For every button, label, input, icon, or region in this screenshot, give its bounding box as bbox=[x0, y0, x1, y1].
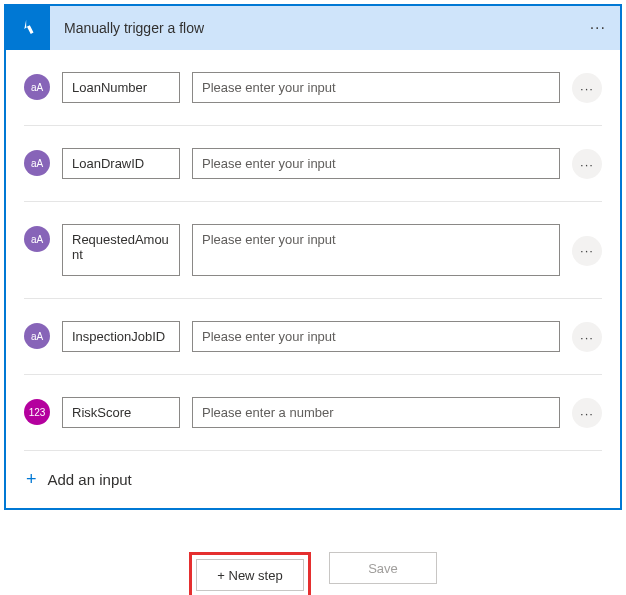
new-step-button[interactable]: + New step bbox=[196, 559, 304, 591]
footer-buttons: + New step Save bbox=[0, 514, 626, 595]
param-value-field[interactable]: Please enter your input bbox=[192, 224, 560, 276]
param-name-field[interactable]: LoanDrawID bbox=[62, 148, 180, 179]
param-name-field[interactable]: RiskScore bbox=[62, 397, 180, 428]
param-value-field[interactable]: Please enter a number bbox=[192, 397, 560, 428]
card-menu-button[interactable]: ··· bbox=[576, 19, 620, 37]
input-row: aA InspectionJobID Please enter your inp… bbox=[24, 299, 602, 375]
text-type-icon: aA bbox=[24, 226, 50, 252]
text-type-icon: aA bbox=[24, 323, 50, 349]
add-input-button[interactable]: + Add an input bbox=[24, 451, 602, 508]
text-type-icon: aA bbox=[24, 150, 50, 176]
card-header: Manually trigger a flow ··· bbox=[6, 6, 620, 50]
number-type-icon: 123 bbox=[24, 399, 50, 425]
input-row: aA RequestedAmount Please enter your inp… bbox=[24, 202, 602, 299]
param-name-field[interactable]: RequestedAmount bbox=[62, 224, 180, 276]
card-title: Manually trigger a flow bbox=[64, 20, 576, 36]
row-menu-button[interactable]: ··· bbox=[572, 149, 602, 179]
plus-icon: + bbox=[26, 469, 37, 490]
add-input-label: Add an input bbox=[48, 471, 132, 488]
input-row: 123 RiskScore Please enter a number ··· bbox=[24, 375, 602, 451]
row-menu-button[interactable]: ··· bbox=[572, 73, 602, 103]
save-button: Save bbox=[329, 552, 437, 584]
inputs-container: aA LoanNumber Please enter your input ··… bbox=[6, 50, 620, 508]
text-type-icon: aA bbox=[24, 74, 50, 100]
input-row: aA LoanNumber Please enter your input ··… bbox=[24, 50, 602, 126]
param-value-field[interactable]: Please enter your input bbox=[192, 148, 560, 179]
input-row: aA LoanDrawID Please enter your input ··… bbox=[24, 126, 602, 202]
row-menu-button[interactable]: ··· bbox=[572, 322, 602, 352]
new-step-highlight: + New step bbox=[189, 552, 311, 595]
trigger-card: Manually trigger a flow ··· aA LoanNumbe… bbox=[4, 4, 622, 510]
param-name-field[interactable]: InspectionJobID bbox=[62, 321, 180, 352]
param-name-field[interactable]: LoanNumber bbox=[62, 72, 180, 103]
row-menu-button[interactable]: ··· bbox=[572, 236, 602, 266]
trigger-icon bbox=[6, 6, 50, 50]
param-value-field[interactable]: Please enter your input bbox=[192, 72, 560, 103]
param-value-field[interactable]: Please enter your input bbox=[192, 321, 560, 352]
row-menu-button[interactable]: ··· bbox=[572, 398, 602, 428]
